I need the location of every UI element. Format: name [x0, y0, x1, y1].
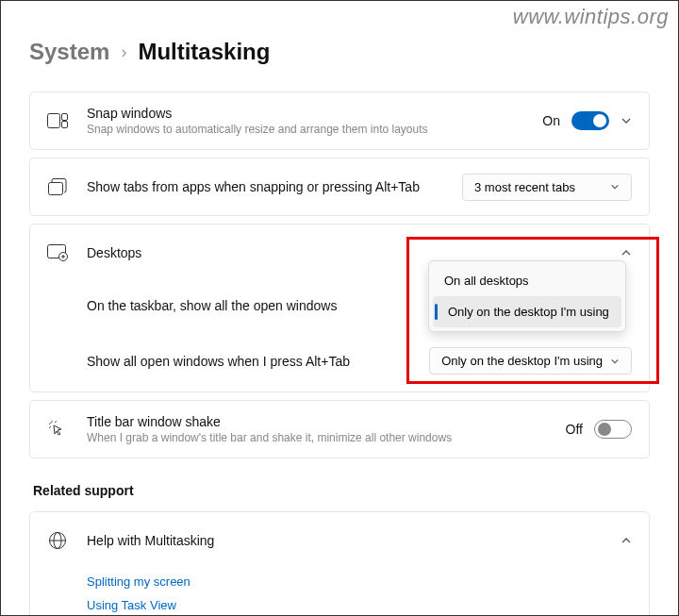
snap-windows-card: Snap windows Snap windows to automatical…: [29, 92, 650, 150]
option-all-desktops[interactable]: On all desktops: [433, 265, 621, 296]
desktops-icon: [47, 242, 68, 263]
shake-toggle[interactable]: [594, 420, 632, 439]
shake-state-label: Off: [566, 422, 583, 437]
snap-layout-icon: [47, 110, 68, 131]
related-support-heading: Related support: [33, 483, 650, 498]
desktops-alttab-label: Show all open windows when I press Alt+T…: [87, 354, 429, 369]
svg-rect-2: [62, 122, 68, 128]
chevron-right-icon: ›: [121, 42, 126, 62]
expand-snap-chevron[interactable]: [621, 115, 632, 126]
chevron-down-icon: [610, 357, 620, 366]
help-title: Help with Multitasking: [87, 533, 621, 548]
desktops-taskbar-label: On the taskbar, show all the open window…: [87, 298, 443, 313]
svg-rect-0: [48, 114, 60, 128]
tabs-dropdown-value: 3 most recent tabs: [474, 180, 575, 194]
shake-card: Title bar window shake When I grab a win…: [29, 400, 650, 458]
svg-rect-1: [62, 114, 68, 121]
tabs-card: Show tabs from apps when snapping or pre…: [29, 158, 650, 216]
breadcrumb-parent[interactable]: System: [29, 39, 109, 65]
snap-windows-row[interactable]: Snap windows Snap windows to automatical…: [30, 92, 649, 149]
collapse-help-chevron[interactable]: [621, 535, 632, 546]
shake-row: Title bar window shake When I grab a win…: [30, 401, 649, 458]
tabs-icon: [47, 176, 68, 197]
page-title: Multitasking: [138, 39, 270, 65]
breadcrumb: System › Multitasking: [29, 39, 650, 65]
tabs-dropdown[interactable]: 3 most recent tabs: [462, 174, 632, 201]
svg-rect-3: [49, 183, 63, 195]
shake-desc: When I grab a window's title bar and sha…: [87, 431, 566, 444]
shake-title: Title bar window shake: [87, 414, 566, 429]
help-link-splitting[interactable]: Splitting my screen: [87, 574, 649, 589]
desktops-alttab-dropdown[interactable]: Only on the desktop I'm using: [429, 347, 632, 375]
snap-desc: Snap windows to automatically resize and…: [87, 123, 542, 136]
option-only-current-desktop[interactable]: Only on the desktop I'm using: [433, 296, 621, 327]
globe-help-icon: [47, 530, 68, 551]
help-header-row[interactable]: Help with Multitasking: [30, 512, 649, 569]
tabs-row: Show tabs from apps when snapping or pre…: [30, 158, 649, 215]
help-card: Help with Multitasking Splitting my scre…: [29, 511, 650, 616]
collapse-desktops-chevron[interactable]: [621, 247, 632, 258]
snap-toggle[interactable]: [571, 111, 609, 130]
desktops-taskbar-dropdown-popup: On all desktops Only on the desktop I'm …: [428, 260, 626, 332]
watermark: www.wintips.org: [513, 5, 669, 29]
desktops-alttab-value: Only on the desktop I'm using: [441, 354, 603, 368]
desktops-alttab-row: Show all open windows when I press Alt+T…: [30, 330, 649, 391]
snap-state-label: On: [542, 113, 560, 128]
chevron-down-icon: [610, 182, 620, 191]
tabs-title: Show tabs from apps when snapping or pre…: [87, 179, 462, 194]
cursor-shake-icon: [47, 419, 68, 440]
snap-title: Snap windows: [87, 106, 542, 121]
desktops-title: Desktops: [87, 245, 621, 260]
help-link-taskview[interactable]: Using Task View: [87, 598, 649, 612]
